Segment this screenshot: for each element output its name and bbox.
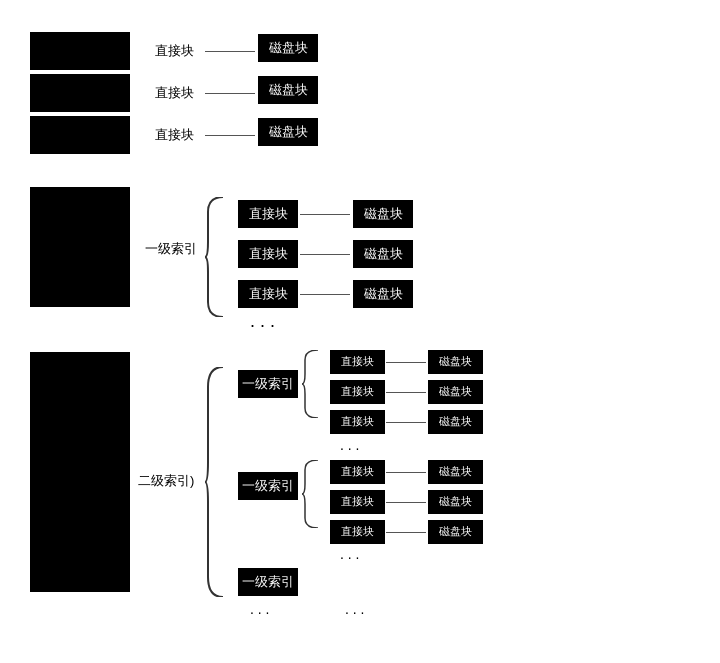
l2-direct-2a: 直接块 xyxy=(330,460,385,484)
l2-dots-1: · · · xyxy=(340,440,359,456)
line-l2-2c xyxy=(386,532,426,533)
disk-block-3: 磁盘块 xyxy=(258,118,318,146)
direct-label-3: 直接块 xyxy=(155,126,194,144)
inode-block-4 xyxy=(30,187,130,307)
line-1 xyxy=(205,51,255,52)
disk-l2-2c: 磁盘块 xyxy=(428,520,483,544)
disk-l2-2a: 磁盘块 xyxy=(428,460,483,484)
disk-block-1: 磁盘块 xyxy=(258,34,318,62)
line-l2-1b xyxy=(386,392,426,393)
level1-direct-b: 直接块 xyxy=(238,240,298,268)
level1-index-label: 一级索引 xyxy=(145,240,197,258)
l2-direct-1b: 直接块 xyxy=(330,380,385,404)
line-l1a xyxy=(300,214,350,215)
disk-l1b: 磁盘块 xyxy=(353,240,413,268)
line-l1c xyxy=(300,294,350,295)
inode-block-2 xyxy=(30,74,130,112)
l2-direct-2c: 直接块 xyxy=(330,520,385,544)
disk-l1a: 磁盘块 xyxy=(353,200,413,228)
direct-label-1: 直接块 xyxy=(155,42,194,60)
line-2 xyxy=(205,93,255,94)
line-l2-2a xyxy=(386,472,426,473)
level1-brace xyxy=(203,197,233,317)
level1-direct-a: 直接块 xyxy=(238,200,298,228)
level2-l1-idx-2: 一级索引 xyxy=(238,472,298,500)
l2-direct-1a: 直接块 xyxy=(330,350,385,374)
l2-direct-2b: 直接块 xyxy=(330,490,385,514)
bottom-dots-left: · · · xyxy=(250,604,269,620)
l2-direct-1c: 直接块 xyxy=(330,410,385,434)
inode-block-5 xyxy=(30,352,130,592)
diagram: 直接块 磁盘块 直接块 磁盘块 直接块 磁盘块 一级索引 直接块 磁盘块 直接块… xyxy=(10,12,710,652)
line-3 xyxy=(205,135,255,136)
level2-index-label: 二级索引) xyxy=(138,472,194,490)
level2-l1-idx-1: 一级索引 xyxy=(238,370,298,398)
inode-block-3 xyxy=(30,116,130,154)
disk-l2-2b: 磁盘块 xyxy=(428,490,483,514)
line-l1b xyxy=(300,254,350,255)
line-l2-2b xyxy=(386,502,426,503)
l2-dots-2: · · · xyxy=(340,549,359,565)
level2-l1-idx-3: 一级索引 xyxy=(238,568,298,596)
line-l2-1c xyxy=(386,422,426,423)
disk-l1c: 磁盘块 xyxy=(353,280,413,308)
disk-l2-1a: 磁盘块 xyxy=(428,350,483,374)
level2-brace xyxy=(203,367,233,597)
direct-label-2: 直接块 xyxy=(155,84,194,102)
level1-direct-c: 直接块 xyxy=(238,280,298,308)
level1-dots: · · · xyxy=(250,315,275,336)
inode-block-1 xyxy=(30,32,130,70)
disk-block-2: 磁盘块 xyxy=(258,76,318,104)
l2-brace-2 xyxy=(300,460,325,528)
l2-brace-1 xyxy=(300,350,325,418)
line-l2-1a xyxy=(386,362,426,363)
disk-l2-1c: 磁盘块 xyxy=(428,410,483,434)
disk-l2-1b: 磁盘块 xyxy=(428,380,483,404)
bottom-dots-right: · · · xyxy=(345,604,364,620)
